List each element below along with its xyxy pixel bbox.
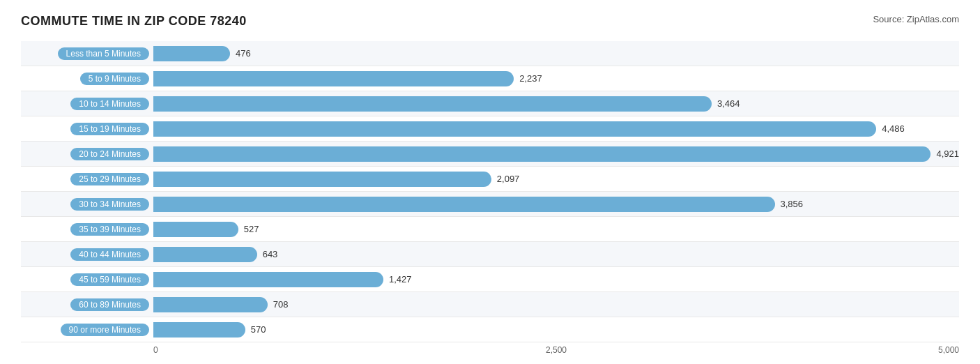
bar-track: 643 bbox=[153, 247, 959, 262]
bar-value-label: 643 bbox=[263, 249, 278, 259]
bar-fill bbox=[153, 121, 876, 137]
bar-label-cell: 40 to 44 Minutes bbox=[21, 248, 153, 261]
bar-row: 25 to 29 Minutes2,097 bbox=[21, 167, 959, 192]
bar-label-cell: 45 to 59 Minutes bbox=[21, 273, 153, 286]
bar-fill bbox=[153, 197, 775, 212]
bar-fill bbox=[153, 172, 491, 187]
bar-row: 45 to 59 Minutes1,427 bbox=[21, 267, 959, 292]
bar-value-label: 2,097 bbox=[497, 174, 520, 184]
bar-label-cell: 20 to 24 Minutes bbox=[21, 148, 153, 160]
bar-label: 45 to 59 Minutes bbox=[70, 273, 149, 286]
bar-track: 2,237 bbox=[153, 71, 959, 86]
bar-label-cell: 30 to 34 Minutes bbox=[21, 198, 153, 211]
bar-fill bbox=[153, 146, 931, 162]
chart-container: COMMUTE TIME IN ZIP CODE 78240 Source: Z… bbox=[21, 14, 959, 359]
bar-row: 10 to 14 Minutes3,464 bbox=[21, 91, 959, 116]
bar-row: 15 to 19 Minutes4,486 bbox=[21, 116, 959, 142]
bar-label: 90 or more Minutes bbox=[61, 324, 149, 336]
bar-label-cell: 10 to 14 Minutes bbox=[21, 98, 153, 110]
chart-title: COMMUTE TIME IN ZIP CODE 78240 bbox=[21, 14, 247, 29]
bar-row: 30 to 34 Minutes3,856 bbox=[21, 192, 959, 217]
bar-value-label: 4,921 bbox=[936, 149, 959, 159]
bar-label-cell: 25 to 29 Minutes bbox=[21, 173, 153, 185]
x-axis-label: 0 bbox=[153, 345, 158, 355]
bar-label: 10 to 14 Minutes bbox=[70, 98, 149, 110]
bar-label-cell: Less than 5 Minutes bbox=[21, 47, 153, 60]
bar-label-cell: 15 to 19 Minutes bbox=[21, 123, 153, 135]
bar-row: 35 to 39 Minutes527 bbox=[21, 217, 959, 242]
bar-value-label: 476 bbox=[236, 48, 251, 59]
bar-value-label: 570 bbox=[251, 324, 266, 335]
bar-fill bbox=[153, 297, 268, 312]
bar-value-label: 1,427 bbox=[389, 274, 412, 285]
bar-label: 30 to 34 Minutes bbox=[70, 198, 149, 211]
x-axis-label: 5,000 bbox=[938, 345, 959, 355]
bar-track: 3,464 bbox=[153, 96, 959, 112]
bar-label-cell: 60 to 89 Minutes bbox=[21, 298, 153, 311]
bar-label-cell: 90 or more Minutes bbox=[21, 324, 153, 336]
bar-track: 3,856 bbox=[153, 197, 959, 212]
bar-row: 5 to 9 Minutes2,237 bbox=[21, 66, 959, 91]
bar-row: 20 to 24 Minutes4,921 bbox=[21, 142, 959, 167]
bar-label: Less than 5 Minutes bbox=[58, 47, 149, 60]
bar-fill bbox=[153, 222, 238, 237]
bar-label: 35 to 39 Minutes bbox=[70, 223, 149, 236]
chart-area: Less than 5 Minutes4765 to 9 Minutes2,23… bbox=[21, 41, 959, 342]
x-axis: 02,5005,000 bbox=[153, 345, 959, 359]
bar-row: 90 or more Minutes570 bbox=[21, 317, 959, 342]
bar-label-cell: 35 to 39 Minutes bbox=[21, 223, 153, 236]
bar-track: 2,097 bbox=[153, 172, 959, 187]
x-axis-label: 2,500 bbox=[546, 345, 567, 355]
bar-row: Less than 5 Minutes476 bbox=[21, 41, 959, 66]
bar-fill bbox=[153, 46, 230, 61]
chart-header: COMMUTE TIME IN ZIP CODE 78240 Source: Z… bbox=[21, 14, 959, 29]
bar-value-label: 3,464 bbox=[717, 98, 740, 109]
bar-row: 60 to 89 Minutes708 bbox=[21, 292, 959, 317]
bar-track: 527 bbox=[153, 222, 959, 237]
bar-track: 4,486 bbox=[153, 121, 959, 137]
bar-value-label: 527 bbox=[244, 224, 259, 234]
bar-track: 570 bbox=[153, 322, 959, 338]
bar-value-label: 2,237 bbox=[519, 73, 542, 84]
bar-label: 40 to 44 Minutes bbox=[70, 248, 149, 261]
bar-label: 5 to 9 Minutes bbox=[80, 73, 149, 85]
bar-label: 25 to 29 Minutes bbox=[70, 173, 149, 185]
bar-track: 4,921 bbox=[153, 146, 959, 162]
bar-value-label: 3,856 bbox=[781, 199, 804, 209]
bar-fill bbox=[153, 71, 514, 86]
bar-value-label: 708 bbox=[273, 299, 289, 310]
bar-fill bbox=[153, 322, 245, 338]
bar-label: 60 to 89 Minutes bbox=[70, 298, 149, 311]
bar-row: 40 to 44 Minutes643 bbox=[21, 242, 959, 267]
bar-fill bbox=[153, 96, 712, 112]
bar-label: 15 to 19 Minutes bbox=[70, 123, 149, 135]
chart-source: Source: ZipAtlas.com bbox=[873, 14, 959, 24]
bar-label-cell: 5 to 9 Minutes bbox=[21, 73, 153, 85]
bar-fill bbox=[153, 272, 383, 287]
bar-fill bbox=[153, 247, 257, 262]
bar-track: 1,427 bbox=[153, 272, 959, 287]
bar-track: 708 bbox=[153, 297, 959, 312]
bar-label: 20 to 24 Minutes bbox=[70, 148, 149, 160]
bar-value-label: 4,486 bbox=[882, 123, 905, 134]
bar-track: 476 bbox=[153, 46, 959, 61]
